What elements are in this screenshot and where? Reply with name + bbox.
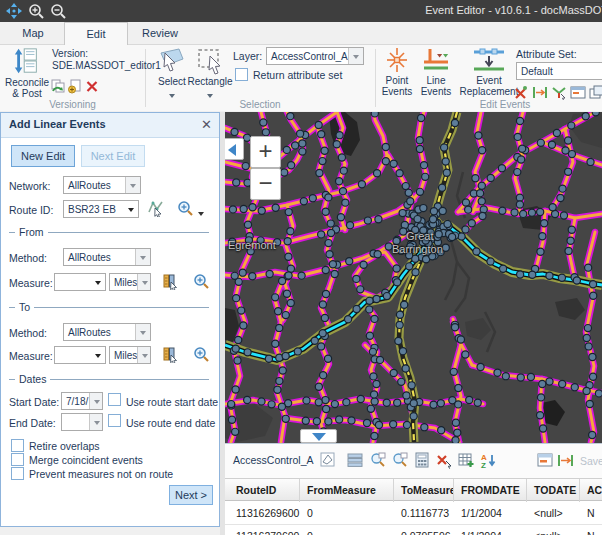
map-canvas xyxy=(225,112,602,443)
pan-icon[interactable] xyxy=(5,2,23,20)
column-header-frommeasure[interactable]: FromMeasure xyxy=(300,479,394,502)
next-button[interactable]: Next > xyxy=(169,485,213,505)
to-method-select[interactable]: AllRoutes xyxy=(63,323,151,341)
delete-event-icon[interactable] xyxy=(513,85,528,100)
end-date-label: End Date: xyxy=(9,417,56,429)
save-button[interactable]: Save xyxy=(580,455,602,467)
network-select[interactable]: AllRoutes xyxy=(63,176,141,194)
tab-edit[interactable]: Edit xyxy=(64,22,128,46)
tab-review[interactable]: Review xyxy=(132,22,188,45)
table-cell: 11316270600 xyxy=(229,525,300,535)
group-label-edit-events: Edit Events xyxy=(375,99,602,110)
point-events-button[interactable]: Point Events xyxy=(378,46,416,97)
start-date-input[interactable]: 7/18/ xyxy=(61,392,103,410)
next-edit-button[interactable]: Next Edit xyxy=(81,145,145,167)
table-header: RouteIDFromMeasureToMeasureFROMDATETODAT… xyxy=(225,478,602,501)
panel-close-icon[interactable]: ✕ xyxy=(201,117,212,132)
pan-to-selected-icon[interactable] xyxy=(392,452,409,469)
table-cell: N xyxy=(580,502,602,525)
return-attribute-set-checkbox[interactable] xyxy=(235,68,248,81)
rectangle-select-button[interactable]: Rectangle xyxy=(187,46,233,100)
map-view[interactable]: Egremont Great Barrington + − xyxy=(225,112,602,443)
from-measure-zoom-icon[interactable] xyxy=(193,273,210,290)
window-title: Event Editor - v10.6.1 - docMassDOT xyxy=(425,4,602,16)
from-method-select[interactable]: AllRoutes xyxy=(63,248,151,266)
reconcile-post-button[interactable]: Reconcile & Post xyxy=(2,46,52,99)
table-row[interactable]: 1131627060000.07955961/1/2004<null>N xyxy=(225,525,602,535)
table-cell: 0 xyxy=(300,525,394,535)
from-measure-label: Measure: xyxy=(9,277,53,289)
use-route-end-date-checkbox[interactable] xyxy=(108,414,121,427)
from-measure-combo[interactable] xyxy=(54,273,106,291)
new-version-icon[interactable] xyxy=(67,78,83,94)
network-label: Network: xyxy=(9,180,50,192)
ribbon-tabs: Map Edit Review xyxy=(0,22,602,45)
column-header-fromdate[interactable]: FROMDATE xyxy=(454,479,527,502)
svg-text:Z: Z xyxy=(481,461,486,469)
use-route-start-date-checkbox[interactable] xyxy=(108,393,121,406)
attribute-window-icon[interactable] xyxy=(570,85,586,100)
table-row[interactable]: 1131626960000.11167731/1/2004<null>N xyxy=(225,502,602,525)
table-rows-icon[interactable] xyxy=(347,452,364,469)
collapse-table-button[interactable] xyxy=(300,429,337,443)
prevent-measures-checkbox[interactable] xyxy=(11,467,24,480)
zoom-out-icon[interactable] xyxy=(49,2,67,20)
select-route-on-map-icon[interactable] xyxy=(147,200,164,217)
title-bar: Event Editor - v10.6.1 - docMassDOT xyxy=(0,0,602,22)
point-events-icon xyxy=(385,46,409,74)
from-measure-on-map-icon[interactable] xyxy=(162,273,179,290)
copy-attributes-icon[interactable] xyxy=(589,85,602,100)
table-cell: 1/1/2004 xyxy=(454,502,527,525)
zoom-in-icon[interactable] xyxy=(27,2,45,20)
retire-overlaps-checkbox[interactable] xyxy=(11,439,24,452)
from-units-select[interactable]: Miles xyxy=(109,273,151,291)
attribute-set-select[interactable]: Default xyxy=(516,62,602,80)
map-zoom-in-button[interactable]: + xyxy=(250,136,281,168)
move-event-icon[interactable] xyxy=(532,85,548,100)
route-id-combo[interactable]: BSR23 EB xyxy=(63,200,139,218)
end-date-input[interactable] xyxy=(61,413,103,431)
table-cell: 0.1116773 xyxy=(394,502,454,525)
map-zoom-out-button[interactable]: − xyxy=(250,168,281,200)
field-calculator-icon[interactable] xyxy=(414,452,431,469)
group-label-selection: Selection xyxy=(145,99,375,110)
table-tab-accesscontrol[interactable]: AccessControl_A xyxy=(233,454,314,466)
split-event-icon[interactable] xyxy=(551,85,567,100)
table-select-icon[interactable] xyxy=(320,452,337,469)
table-cell: N xyxy=(580,525,602,535)
to-measure-on-map-icon[interactable] xyxy=(162,346,179,363)
route-zoom-icon[interactable] xyxy=(177,200,194,217)
refresh-version-icon[interactable] xyxy=(50,78,66,94)
layer-select-arrow[interactable] xyxy=(348,48,363,64)
to-measure-combo[interactable] xyxy=(54,346,106,364)
delete-version-icon[interactable] xyxy=(85,79,99,93)
to-measure-zoom-icon[interactable] xyxy=(193,346,210,363)
clear-table-selection-icon[interactable] xyxy=(436,452,453,469)
attribute-table-panel: AccessControl_A xyxy=(225,443,602,535)
layer-select[interactable]: AccessControl_A xyxy=(266,47,364,65)
use-route-start-date-label: Use route start date xyxy=(126,396,218,408)
table-cell: 11316269600 xyxy=(229,502,300,525)
new-edit-button[interactable]: New Edit xyxy=(11,145,75,167)
options-window-icon[interactable] xyxy=(537,452,554,469)
line-events-button[interactable]: Line Events xyxy=(416,46,456,97)
collapse-panel-button[interactable] xyxy=(225,138,244,160)
to-measure-label: Measure: xyxy=(9,350,53,362)
zoom-to-selected-icon[interactable] xyxy=(370,452,387,469)
column-header-ac[interactable]: AC xyxy=(580,479,602,502)
panel-title: Add Linear Events xyxy=(9,118,106,130)
retire-overlaps-label: Retire overlaps xyxy=(29,440,100,452)
add-linear-events-panel: Add Linear Events ✕ New Edit Next Edit N… xyxy=(0,112,220,527)
column-header-todate[interactable]: TODATE xyxy=(527,479,580,502)
sort-icon[interactable]: AZ xyxy=(480,452,497,469)
map-label-great-barrington-2: Barrington xyxy=(392,243,443,255)
table-cell: 0 xyxy=(300,502,394,525)
to-units-select[interactable]: Miles xyxy=(109,346,151,364)
column-header-tomeasure[interactable]: ToMeasure xyxy=(394,479,454,502)
move-selected-icon[interactable] xyxy=(557,452,574,469)
tab-map[interactable]: Map xyxy=(10,22,56,45)
column-header-routeid[interactable]: RouteID xyxy=(229,479,300,502)
merge-coincident-checkbox[interactable] xyxy=(11,453,24,466)
add-table-icon[interactable] xyxy=(458,452,475,469)
prevent-measures-label: Prevent measures not on route xyxy=(29,468,173,480)
